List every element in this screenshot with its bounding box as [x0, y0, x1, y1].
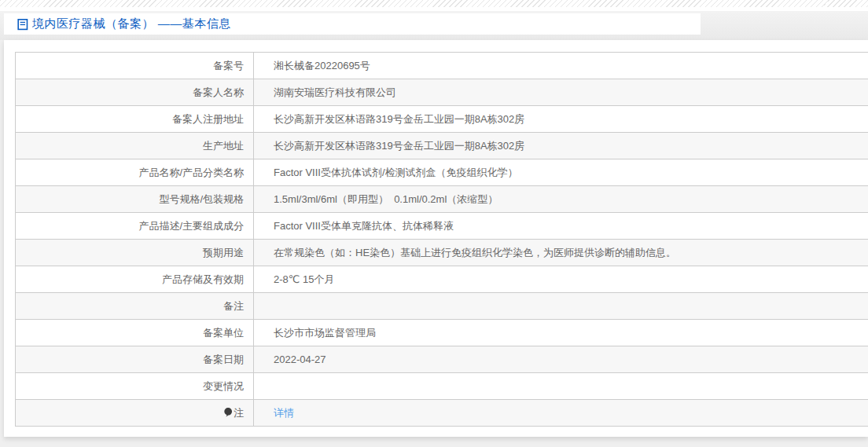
page-title: 境内医疗器械（备案） ——基本信息: [32, 16, 231, 31]
row-label: 生产地址: [16, 133, 254, 159]
row-value: 湘长械备20220695号: [254, 53, 868, 79]
row-label: 注: [16, 400, 254, 427]
table-row: 变更情况: [16, 373, 868, 400]
note-icon: [223, 407, 233, 420]
row-label: 备案人名称: [16, 79, 254, 106]
row-value: 长沙高新开发区林语路319号金岳工业园一期8A栋302房: [254, 106, 868, 133]
table-container: 备案号湘长械备20220695号备案人名称湖南安瑞医疗科技有限公司备案人注册地址…: [15, 52, 868, 427]
row-label: 产品存储及有效期: [16, 266, 254, 293]
row-value: 湖南安瑞医疗科技有限公司: [254, 79, 868, 106]
table-row: 备案号湘长械备20220695号: [16, 53, 868, 79]
row-value: [254, 373, 868, 400]
table-row: 注详情: [16, 400, 868, 427]
table-row: 预期用途在常规染色（如：HE染色）基础上进行免疫组织化学染色，为医师提供诊断的辅…: [16, 240, 868, 266]
detail-link[interactable]: 详情: [274, 407, 294, 419]
row-label: 备注: [16, 293, 254, 320]
header-band: 境内医疗器械（备案） ——基本信息: [0, 11, 868, 40]
table-row: 生产地址长沙高新开发区林语路319号金岳工业园一期8A栋302房: [16, 133, 868, 159]
row-value: 长沙高新开发区林语路319号金岳工业园一期8A栋302房: [254, 133, 868, 159]
info-table: 备案号湘长械备20220695号备案人名称湖南安瑞医疗科技有限公司备案人注册地址…: [15, 52, 868, 427]
row-value: 长沙市市场监督管理局: [254, 320, 868, 346]
table-row: 产品描述/主要组成成分Factor VIII受体单克隆抗体、抗体稀释液: [16, 213, 868, 240]
row-label: 产品名称/产品分类名称: [16, 159, 254, 186]
table-row: 备案日期2022-04-27: [16, 346, 868, 373]
table-row: 产品名称/产品分类名称Factor VIII受体抗体试剂/检测试剂盒（免疫组织化…: [16, 159, 868, 186]
document-icon: [17, 18, 28, 31]
page-title-tab: 境内医疗器械（备案） ——基本信息: [4, 13, 701, 35]
content-panel: 备案号湘长械备20220695号备案人名称湖南安瑞医疗科技有限公司备案人注册地址…: [4, 40, 868, 437]
row-label: 备案单位: [16, 320, 254, 346]
row-label: 备案人注册地址: [16, 106, 254, 133]
row-label: 预期用途: [16, 240, 254, 266]
table-row: 备案人注册地址长沙高新开发区林语路319号金岳工业园一期8A栋302房: [16, 106, 868, 133]
row-label: 产品描述/主要组成成分: [16, 213, 254, 240]
row-label: 备案日期: [16, 346, 254, 373]
table-row: 型号规格/包装规格1.5ml/3ml/6ml（即用型） 0.1ml/0.2ml（…: [16, 186, 868, 213]
row-value: 2022-04-27: [254, 346, 868, 373]
row-value: 1.5ml/3ml/6ml（即用型） 0.1ml/0.2ml（浓缩型）: [254, 186, 868, 213]
page-top-texture: [0, 0, 868, 7]
row-value: 详情: [254, 400, 868, 427]
table-row: 备案单位长沙市市场监督管理局: [16, 320, 868, 346]
row-label: 备案号: [16, 53, 254, 79]
row-label: 变更情况: [16, 373, 254, 400]
row-value: 2-8℃ 15个月: [254, 266, 868, 293]
row-label: 型号规格/包装规格: [16, 186, 254, 213]
info-table-body: 备案号湘长械备20220695号备案人名称湖南安瑞医疗科技有限公司备案人注册地址…: [16, 53, 868, 427]
row-value: 在常规染色（如：HE染色）基础上进行免疫组织化学染色，为医师提供诊断的辅助信息。: [254, 240, 868, 266]
row-value: Factor VIII受体单克隆抗体、抗体稀释液: [254, 213, 868, 240]
table-row: 备案人名称湖南安瑞医疗科技有限公司: [16, 79, 868, 106]
table-row: 产品存储及有效期2-8℃ 15个月: [16, 266, 868, 293]
row-value: [254, 293, 868, 320]
row-value: Factor VIII受体抗体试剂/检测试剂盒（免疫组织化学）: [254, 159, 868, 186]
table-row: 备注: [16, 293, 868, 320]
